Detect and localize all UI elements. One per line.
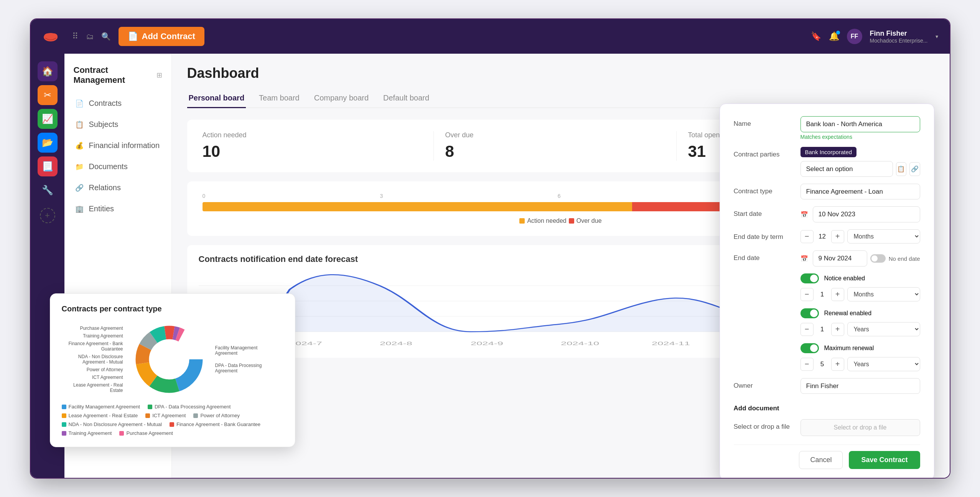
- renewal-toggle[interactable]: [800, 308, 819, 318]
- nav-item-documents[interactable]: 📁 Documents: [64, 156, 171, 177]
- nav-item-relations[interactable]: 🔗 Relations: [64, 177, 171, 198]
- page-title: Dashboard: [187, 65, 934, 81]
- bookmark-icon[interactable]: 🔖: [811, 31, 821, 41]
- renewal-toggle-row: Renewal enabled: [800, 308, 920, 318]
- calendar-icon-end: 📅: [800, 255, 808, 262]
- sidebar-chart-icon[interactable]: 📈: [38, 109, 58, 129]
- label-select-file: Select or drop a file: [734, 419, 795, 431]
- pie-labels-right: Facility Management Agreement DPA - Data…: [215, 345, 269, 374]
- notice-toggle[interactable]: [800, 273, 819, 283]
- notice-unit-select[interactable]: Months Years Days: [847, 287, 920, 301]
- file-drop-area[interactable]: Select or drop a file: [800, 419, 920, 436]
- end-date-input[interactable]: [813, 250, 867, 267]
- pie-bottom-legend: Facility Management Agreement DPA - Data…: [62, 404, 283, 436]
- svg-point-2: [50, 33, 58, 39]
- pie-card-title: Contracts per contract type: [62, 304, 283, 313]
- search-icon[interactable]: 🔍: [101, 32, 111, 41]
- notice-toggle-row: Notice enabled: [800, 273, 920, 283]
- add-icon: 📄: [128, 31, 138, 41]
- name-control: Matches expectations: [800, 116, 920, 140]
- add-contract-button[interactable]: 📄 Add Contract: [119, 27, 204, 46]
- main-window: ⠿ 🗂 🔍 📄 Add Contract 🔖 🔔 FF Finn Fisher …: [30, 18, 950, 479]
- add-sidebar-item-button[interactable]: +: [40, 208, 55, 223]
- sidebar-file-icon[interactable]: 📃: [38, 156, 58, 176]
- sidebar-tool-icon[interactable]: 🔧: [38, 180, 58, 200]
- svg-text:2024-11: 2024-11: [652, 341, 690, 346]
- avatar[interactable]: FF: [847, 29, 862, 44]
- max-renewal-increment-button[interactable]: +: [831, 358, 844, 371]
- legend-action: Action needed: [519, 217, 566, 224]
- term-decrement-button[interactable]: −: [800, 230, 814, 243]
- svg-text:2024-9: 2024-9: [471, 341, 503, 346]
- term-increment-button[interactable]: +: [831, 230, 844, 243]
- legend-overdue: Over due: [569, 217, 602, 224]
- notice-decrement-button[interactable]: −: [800, 288, 814, 301]
- name-input[interactable]: [800, 116, 920, 132]
- cancel-button[interactable]: Cancel: [799, 451, 843, 469]
- owner-select[interactable]: Finn Fisher: [800, 378, 920, 394]
- save-contract-button[interactable]: Save Contract: [849, 451, 920, 469]
- form-row-contract-parties: Contract parties Bank Incorporated Selec…: [734, 147, 920, 177]
- form-row-contract-type: Contract type Finance Agreement - Loan: [734, 184, 920, 199]
- form-row-file: Select or drop a file Select or drop a f…: [734, 419, 920, 436]
- logo[interactable]: [42, 30, 59, 43]
- notice-increment-button[interactable]: +: [831, 288, 844, 301]
- nav-label-subjects: Subjects: [89, 120, 119, 129]
- form-row-notice: Notice enabled − 1 + Months Years Days: [734, 273, 920, 301]
- financial-icon: 💰: [75, 142, 84, 150]
- sidebar-home-icon[interactable]: 🏠: [38, 61, 58, 81]
- notice-value: 1: [817, 291, 828, 298]
- contract-parties-select[interactable]: Select an option: [800, 161, 893, 177]
- stat-action-needed: Action needed 10: [203, 131, 434, 161]
- contract-parties-control: Bank Incorporated Select an option 📋 🔗: [800, 147, 920, 177]
- tab-team-board[interactable]: Team board: [257, 89, 301, 108]
- renewal-increment-button[interactable]: +: [831, 323, 844, 336]
- tab-default-board[interactable]: Default board: [382, 89, 431, 108]
- contract-party-chip: Bank Incorporated: [800, 147, 857, 157]
- form-row-end-date: End date 📅 No end date: [734, 250, 920, 267]
- renewal-unit-select[interactable]: Years Months Days: [847, 322, 920, 336]
- doc-icon[interactable]: 🗂: [86, 32, 94, 41]
- nav-item-subjects[interactable]: 📋 Subjects: [64, 114, 171, 135]
- legend-dot-overdue: [569, 218, 574, 224]
- sidebar-scissors-icon[interactable]: ✂: [38, 85, 58, 105]
- legend-facility: Facility Management Agreement: [62, 404, 140, 410]
- add-party-icon[interactable]: 📋: [896, 162, 906, 176]
- form-row-owner: Owner Finn Fisher: [734, 378, 920, 394]
- sidebar-folder-icon[interactable]: 📂: [38, 133, 58, 153]
- close-icon[interactable]: ⊞: [156, 71, 162, 79]
- chevron-down-icon[interactable]: ▾: [936, 33, 938, 39]
- contract-type-select[interactable]: Finance Agreement - Loan: [800, 184, 920, 199]
- legend-dot-dpa: [148, 405, 152, 409]
- tab-company-board[interactable]: Company board: [313, 89, 370, 108]
- form-row-end-term: End date by term − 12 + Months Years Day…: [734, 229, 920, 244]
- legend-dot-power: [193, 413, 198, 418]
- max-renewal-unit-select[interactable]: Years Months Days: [847, 357, 920, 371]
- label-start-date: Start date: [734, 206, 795, 218]
- start-date-input[interactable]: [813, 206, 920, 222]
- user-company: Mochadocs Enterprise...: [870, 38, 928, 44]
- user-name: Finn Fisher: [870, 30, 928, 38]
- grid-icon[interactable]: ⠿: [72, 31, 78, 41]
- label-end-date-by-term: End date by term: [734, 229, 795, 241]
- label-owner: Owner: [734, 378, 795, 390]
- no-end-toggle-switch[interactable]: [870, 254, 886, 263]
- nav-item-entities[interactable]: 🏢 Entities: [64, 198, 171, 219]
- legend-dot-purchase: [119, 431, 124, 436]
- stepper-row-notice: − 1 + Months Years Days: [800, 287, 920, 301]
- legend-power: Power of Attorney: [193, 413, 240, 418]
- max-renewal-decrement-button[interactable]: −: [800, 358, 814, 371]
- link-party-icon[interactable]: 🔗: [909, 162, 920, 176]
- file-control: Select or drop a file: [800, 419, 920, 436]
- nav-item-contracts[interactable]: 📄 Contracts: [64, 93, 171, 114]
- term-unit-select[interactable]: Months Years Days: [847, 229, 920, 244]
- bell-icon[interactable]: 🔔: [829, 31, 839, 41]
- tab-personal-board[interactable]: Personal board: [187, 89, 246, 108]
- nav-item-financial[interactable]: 💰 Financial information: [64, 135, 171, 156]
- svg-text:2024-8: 2024-8: [380, 341, 412, 346]
- term-value: 12: [817, 233, 828, 240]
- donut-chart: [131, 321, 208, 398]
- notice-control: Notice enabled − 1 + Months Years Days: [800, 273, 920, 301]
- renewal-decrement-button[interactable]: −: [800, 323, 814, 336]
- max-renewal-toggle[interactable]: [800, 343, 819, 353]
